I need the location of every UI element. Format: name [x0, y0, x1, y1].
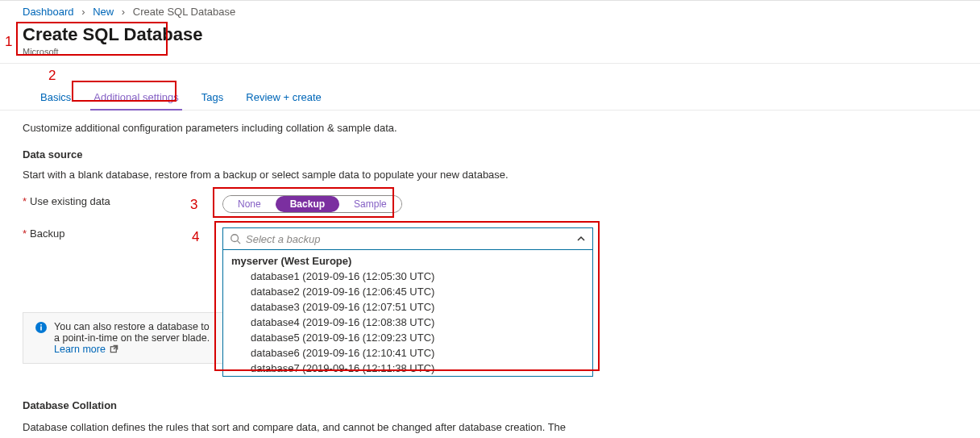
- annotation-number: 1: [5, 34, 12, 50]
- backup-dropdown-list: myserver (West Europe) database1 (2019-0…: [222, 250, 593, 377]
- option-none[interactable]: None: [223, 196, 276, 212]
- collation-desc: Database collation defines the rules tha…: [23, 419, 587, 438]
- external-link-icon: [110, 344, 118, 353]
- section-heading-data-source: Data source: [23, 148, 903, 161]
- dropdown-item[interactable]: database4 (2019-09-16 (12:08:38 UTC): [223, 315, 592, 330]
- option-sample[interactable]: Sample: [339, 196, 401, 212]
- svg-point-4: [231, 235, 239, 242]
- chevron-up-icon: [576, 234, 586, 244]
- tab-tags[interactable]: Tags: [190, 86, 235, 110]
- page-title: Create SQL Database: [23, 24, 980, 45]
- backup-dropdown[interactable]: Select a backup: [222, 227, 593, 250]
- chevron-right-icon: ›: [81, 6, 85, 18]
- breadcrumb-current: Create SQL Database: [133, 6, 235, 18]
- search-icon: [230, 233, 241, 244]
- intro-text: Customize additional configuration param…: [23, 122, 903, 134]
- learn-more-link[interactable]: Learn more: [54, 344, 106, 355]
- page-subtitle: Microsoft: [23, 47, 980, 56]
- tab-basics[interactable]: Basics: [29, 86, 82, 110]
- required-asterisk: *: [23, 227, 27, 240]
- use-existing-data-segmented: None Backup Sample: [222, 195, 402, 213]
- svg-line-5: [238, 241, 241, 244]
- section-heading-collation: Database Collation: [23, 399, 903, 411]
- annotation-number: 2: [48, 68, 56, 84]
- required-asterisk: *: [23, 195, 27, 207]
- breadcrumb-link[interactable]: New: [93, 6, 114, 18]
- info-callout: You can also restore a database to a poi…: [23, 312, 224, 364]
- svg-rect-2: [40, 324, 42, 326]
- chevron-right-icon: ›: [122, 6, 125, 18]
- info-icon: [35, 321, 48, 334]
- tabs: Basics Additional settings Tags Review +…: [0, 86, 980, 111]
- dropdown-item[interactable]: database5 (2019-09-16 (12:09:23 UTC): [223, 330, 592, 345]
- backup-label: *Backup You can also restore a database …: [23, 227, 222, 364]
- dropdown-item[interactable]: database1 (2019-09-16 (12:05:30 UTC): [223, 269, 592, 284]
- dropdown-item[interactable]: database3 (2019-09-16 (12:07:51 UTC): [223, 299, 592, 315]
- annotation-number: 4: [192, 229, 199, 245]
- dropdown-item[interactable]: database7 (2019-09-16 (12:11:38 UTC): [223, 361, 592, 376]
- breadcrumb-link[interactable]: Dashboard: [23, 6, 74, 18]
- breadcrumb: Dashboard › New › Create SQL Database: [0, 1, 980, 21]
- dropdown-item[interactable]: database6 (2019-09-16 (12:10:41 UTC): [223, 345, 592, 361]
- dropdown-item[interactable]: database2 (2019-09-16 (12:06:45 UTC): [223, 284, 592, 299]
- svg-rect-1: [40, 327, 42, 331]
- annotation-number: 3: [190, 197, 197, 213]
- option-backup[interactable]: Backup: [276, 196, 339, 212]
- dropdown-placeholder: Select a backup: [246, 233, 576, 245]
- tab-review-create[interactable]: Review + create: [235, 86, 333, 110]
- dropdown-group-label: myserver (West Europe): [223, 250, 592, 269]
- data-source-desc: Start with a blank database, restore fro…: [23, 169, 903, 181]
- tab-additional-settings[interactable]: Additional settings: [82, 86, 190, 110]
